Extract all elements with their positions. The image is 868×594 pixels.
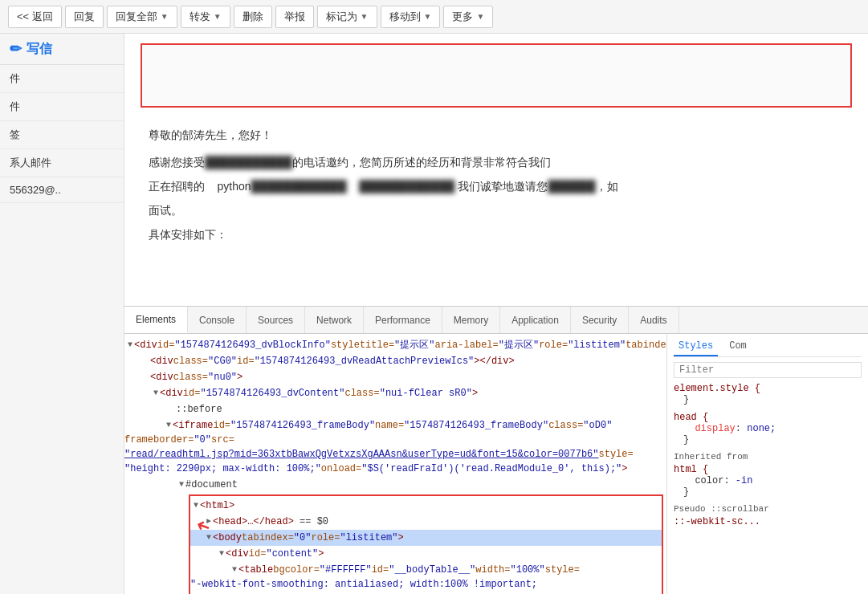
- mark-arrow-icon: ▼: [361, 12, 369, 21]
- compose-button[interactable]: ✏ 写信: [0, 34, 124, 65]
- reply-all-button[interactable]: 回复全部 ▼: [107, 6, 177, 28]
- email-para-1: 感谢您接受███████████的电话邀约，您简历所述的经历和背景非常符合我们: [149, 153, 844, 173]
- expand-icon[interactable]: [219, 547, 224, 561]
- delete-button[interactable]: 删除: [234, 6, 272, 28]
- dom-line[interactable]: <div class="CG0" id="1574874126493_dvRea…: [124, 353, 666, 369]
- dom-line[interactable]: #document: [124, 477, 666, 493]
- style-rule-webkit: ::-webkit-sc...: [674, 516, 862, 527]
- expand-icon[interactable]: [128, 338, 132, 352]
- content-area: 尊敬的郜涛先生，您好！ 感谢您接受███████████的电话邀约，您简历所述的…: [124, 34, 868, 594]
- reply-all-arrow-icon: ▼: [161, 12, 169, 21]
- tab-console[interactable]: Console: [188, 307, 247, 333]
- toolbar: << 返回 回复 回复全部 ▼ 转发 ▼ 删除 举报 标记为 ▼ 移动到 ▼ 更…: [0, 0, 868, 34]
- more-arrow-icon: ▼: [476, 12, 484, 21]
- sidebar: ✏ 写信 件 件 签 系人邮件 556329@..: [0, 34, 124, 594]
- blurred-text-4: ██████: [548, 177, 596, 197]
- devtools-tab-bar: Elements Console Sources Network Perform…: [124, 307, 868, 334]
- pseudo-scrollbar-label: Pseudo ::scrollbar: [674, 504, 862, 514]
- dom-red-highlight: <html> <head>…</head> == $0 <body: [189, 494, 663, 594]
- expand-icon[interactable]: [179, 478, 184, 492]
- dom-line[interactable]: ::before: [124, 401, 666, 417]
- dom-line[interactable]: <html>: [190, 498, 662, 514]
- style-rule-head: head { display: none; }: [674, 412, 862, 446]
- tab-memory[interactable]: Memory: [442, 307, 500, 333]
- tab-application[interactable]: Application: [500, 307, 571, 333]
- tab-security[interactable]: Security: [571, 307, 629, 333]
- dom-line[interactable]: <div id="1574874126493_dvContent" class=…: [124, 385, 666, 401]
- main-container: ✏ 写信 件 件 签 系人邮件 556329@.. 尊敬的郜涛先生，您好！ 感谢…: [0, 34, 868, 594]
- style-rule-element: element.style { }: [674, 383, 862, 405]
- devtools-content: <div id="1574874126493_dvBlockInfo" styl…: [124, 334, 868, 594]
- email-para-4: 具体安排如下：: [149, 226, 844, 245]
- inherited-from-label: Inherited from: [674, 452, 862, 462]
- styles-tab-styles[interactable]: Styles: [674, 337, 718, 356]
- expand-icon[interactable]: [232, 563, 237, 577]
- tab-audits[interactable]: Audits: [629, 307, 679, 333]
- filter-label: Filter: [679, 364, 714, 376]
- blurred-text-3: ████████████: [359, 177, 454, 197]
- back-button[interactable]: << 返回: [8, 6, 62, 28]
- expand-icon[interactable]: [166, 418, 171, 433]
- styles-tab-computed[interactable]: Com: [724, 337, 752, 356]
- styles-tab-bar: Styles Com: [674, 337, 862, 357]
- forward-arrow-icon: ▼: [214, 12, 222, 21]
- dom-line[interactable]: <div id="content" >: [190, 546, 662, 562]
- styles-panel: Styles Com Filter element.style { } head…: [667, 334, 868, 594]
- sidebar-item-inbox[interactable]: 件: [0, 65, 124, 93]
- dom-line[interactable]: <iframe id="1574874126493_frameBody" nam…: [124, 417, 666, 477]
- tab-network[interactable]: Network: [305, 307, 364, 333]
- highlight-box: [141, 43, 852, 108]
- report-button[interactable]: 举报: [275, 6, 314, 28]
- dom-line[interactable]: <div id="1574874126493_dvBlockInfo" styl…: [124, 337, 666, 353]
- email-greeting: 尊敬的郜涛先生，您好！: [149, 125, 844, 145]
- blurred-text-2: ████████████: [251, 177, 347, 197]
- compose-icon: ✏: [10, 40, 22, 58]
- tab-elements[interactable]: Elements: [124, 307, 188, 333]
- tab-performance[interactable]: Performance: [364, 307, 442, 333]
- blurred-text-1: ███████████: [205, 153, 292, 173]
- sidebar-item-contacts[interactable]: 系人邮件: [0, 149, 124, 177]
- expand-icon[interactable]: [153, 386, 158, 401]
- email-para-3: 面试。: [149, 201, 844, 221]
- expand-icon[interactable]: [194, 498, 198, 513]
- sidebar-item-email-addr[interactable]: 556329@..: [0, 177, 124, 203]
- sidebar-item-sent[interactable]: 件: [0, 93, 124, 121]
- move-arrow-icon: ▼: [424, 12, 432, 21]
- sidebar-item-labels[interactable]: 签: [0, 121, 124, 149]
- dom-line[interactable]: <head>…</head> == $0: [190, 514, 662, 530]
- mark-button[interactable]: 标记为 ▼: [317, 6, 377, 28]
- reply-button[interactable]: 回复: [65, 6, 104, 28]
- styles-filter-box[interactable]: Filter: [674, 362, 862, 378]
- dom-panel[interactable]: <div id="1574874126493_dvBlockInfo" styl…: [124, 334, 667, 594]
- dom-line[interactable]: <table bgcolor="#FFFFFF" id="__bodyTable…: [190, 562, 662, 594]
- tab-sources[interactable]: Sources: [247, 307, 305, 333]
- email-preview: 尊敬的郜涛先生，您好！ 感谢您接受███████████的电话邀约，您简历所述的…: [124, 34, 868, 307]
- forward-button[interactable]: 转发 ▼: [181, 6, 230, 28]
- email-body: 尊敬的郜涛先生，您好！ 感谢您接受███████████的电话邀约，您简历所述的…: [124, 117, 868, 257]
- move-button[interactable]: 移动到 ▼: [381, 6, 441, 28]
- dom-line-selected[interactable]: <body tabindex="0" role="listitem" >: [190, 530, 662, 546]
- more-button[interactable]: 更多 ▼: [443, 6, 493, 28]
- email-para-2: 正在招聘的 python████████████ ████████████ 我们…: [149, 177, 844, 197]
- devtools-panel: Elements Console Sources Network Perform…: [124, 307, 868, 594]
- style-rule-html: html { color: -in }: [674, 464, 862, 498]
- dom-line[interactable]: <div class="nu0" >: [124, 369, 666, 385]
